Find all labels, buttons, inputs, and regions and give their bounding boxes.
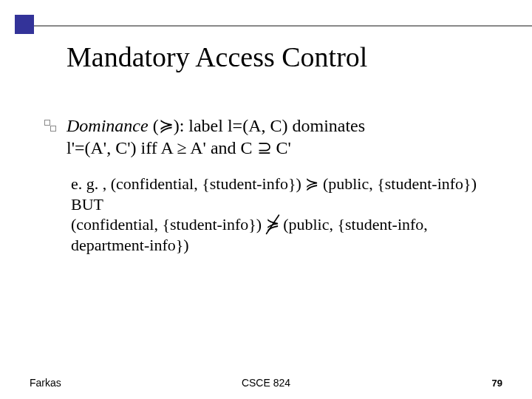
example-line3b: (public, {student-info, — [279, 215, 428, 233]
example-block: e. g. , (confidential, {student-info}) ≽… — [71, 174, 495, 255]
strike-symbol: ≽ — [266, 214, 279, 235]
strike-glyph: ≽ — [266, 215, 279, 233]
accent-square — [15, 15, 34, 34]
dominance-lead: Dominance — [66, 116, 149, 135]
example-line3a: (confidential, {student-info}) — [71, 215, 266, 233]
dominance-rest2: l'=(A', C') iff A ≥ A' and C ⊇ C' — [66, 138, 291, 157]
example-line3: (confidential, {student-info}) ≽ (public… — [71, 214, 495, 235]
bullet-row: Dominance (≽): label l=(A, C) dominates … — [44, 115, 495, 159]
slide-title: Mandatory Access Control — [66, 41, 367, 73]
footer-course: CSCE 824 — [242, 377, 290, 389]
footer-author: Farkas — [30, 377, 61, 389]
slide: Mandatory Access Control Dominance (≽): … — [0, 0, 532, 399]
dominance-text: Dominance (≽): label l=(A, C) dominates … — [66, 115, 495, 159]
example-line4: department-info}) — [71, 235, 495, 256]
page-number: 79 — [492, 378, 502, 389]
example-line1: e. g. , (confidential, {student-info}) ≽… — [71, 174, 495, 194]
dominance-rest1: label l=(A, C) dominates — [188, 116, 365, 135]
slide-body: Dominance (≽): label l=(A, C) dominates … — [44, 115, 495, 255]
accent-line — [34, 25, 532, 27]
dominance-symbol: (≽): — [149, 116, 189, 135]
footer: Farkas CSCE 824 79 — [0, 377, 532, 389]
example-but: BUT — [71, 194, 495, 215]
bullet-icon — [44, 120, 58, 133]
